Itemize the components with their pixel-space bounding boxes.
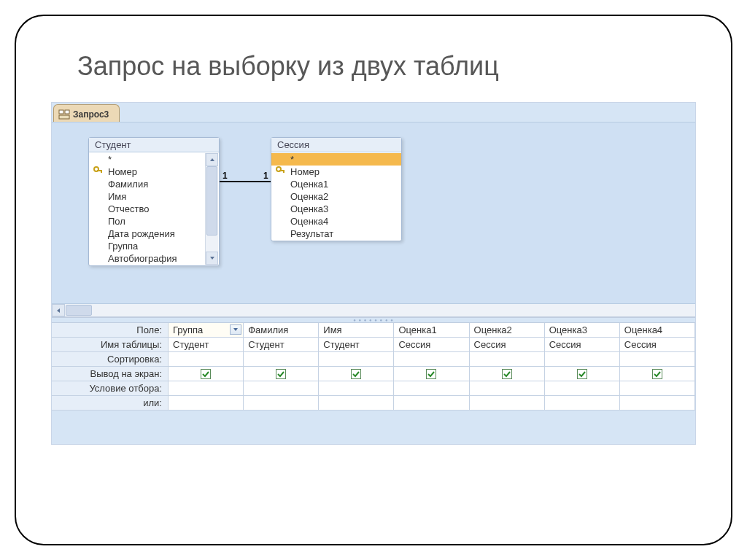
dropdown-icon[interactable]	[230, 324, 241, 335]
scroll-track[interactable]	[206, 166, 218, 252]
qbe-cell-criteria[interactable]	[244, 381, 319, 396]
cardinality-right: 1	[263, 171, 268, 181]
qbe-cell-sort[interactable]	[319, 352, 394, 367]
qbe-cell-show[interactable]	[169, 367, 244, 381]
field-label: Номер	[290, 166, 320, 177]
qbe-cell-sort[interactable]	[545, 352, 620, 367]
table-student[interactable]: Студент * Номер Фамилия Имя Отчество Пол	[88, 137, 220, 266]
cell-value: Группа	[173, 324, 203, 335]
qbe-cell-sort[interactable]	[169, 352, 244, 367]
hscrollbar[interactable]	[52, 304, 695, 317]
qbe-cell-table[interactable]: Студент	[169, 338, 244, 352]
qbe-cell-show[interactable]	[620, 367, 695, 381]
field-ocenka1[interactable]: Оценка1	[271, 178, 401, 190]
qbe-cell-criteria[interactable]	[470, 381, 545, 396]
qbe-cell-sort[interactable]	[470, 352, 545, 367]
checkbox-checked[interactable]	[426, 369, 436, 379]
svg-marker-6	[210, 158, 214, 161]
qbe-cell-field[interactable]: Имя	[319, 323, 394, 338]
field-familiya[interactable]: Фамилия	[89, 178, 219, 190]
cardinality-left: 1	[222, 171, 228, 181]
qbe-cell-table[interactable]: Сессия	[470, 338, 545, 352]
table-session[interactable]: Сессия * Номер Оценка1 Оценка2 Оценка3 О…	[271, 137, 402, 241]
qbe-cell-sort[interactable]	[244, 352, 319, 367]
scroll-thumb[interactable]	[206, 166, 217, 236]
qbe-label-field: Поле:	[52, 323, 169, 338]
qbe-cell-table[interactable]: Сессия	[620, 338, 695, 352]
qbe-label-sort: Сортировка:	[52, 352, 169, 367]
qbe-cell-show[interactable]	[470, 367, 545, 381]
field-gruppa[interactable]: Группа	[89, 240, 219, 252]
field-imya[interactable]: Имя	[89, 190, 219, 203]
qbe-cell-table[interactable]: Сессия	[545, 338, 620, 352]
checkbox-checked[interactable]	[502, 369, 512, 379]
qbe-cell-criteria[interactable]	[620, 381, 695, 396]
qbe-cell-criteria[interactable]	[319, 381, 394, 396]
scroll-down-button[interactable]	[206, 252, 218, 265]
query-designer: Запрос3 Студент * Номер Фа	[51, 102, 696, 445]
qbe-cell-show[interactable]	[394, 367, 469, 381]
field-pol[interactable]: Пол	[89, 215, 219, 228]
qbe-cell-or[interactable]	[470, 396, 545, 411]
scroll-track[interactable]	[93, 304, 695, 316]
svg-marker-7	[210, 257, 214, 260]
qbe-cell-field[interactable]: Оценка4	[620, 323, 695, 338]
qbe-cell-sort[interactable]	[394, 352, 469, 367]
slide-content: Запрос на выборку из двух таблиц Запрос3	[15, 15, 732, 545]
qbe-cell-field[interactable]: Фамилия	[244, 323, 319, 338]
splitter-grip-icon: ● ● ● ● ● ● ● ●	[353, 318, 394, 322]
qbe-cell-field[interactable]: Группа	[169, 323, 244, 338]
field-ocenka2[interactable]: Оценка2	[271, 190, 401, 203]
qbe-cell-or[interactable]	[169, 396, 244, 411]
field-ocenka4[interactable]: Оценка4	[271, 215, 401, 228]
field-ocenka3[interactable]: Оценка3	[271, 203, 401, 215]
field-rezultat[interactable]: Результат	[271, 228, 401, 240]
checkbox-checked[interactable]	[201, 369, 211, 379]
qbe-cell-field[interactable]: Оценка2	[470, 323, 545, 338]
field-list: * Номер Оценка1 Оценка2 Оценка3 Оценка4 …	[271, 152, 401, 241]
qbe-cell-or[interactable]	[244, 396, 319, 411]
field-dob[interactable]: Дата рождения	[89, 228, 219, 240]
qbe-cell-criteria[interactable]	[169, 381, 244, 396]
svg-marker-11	[57, 308, 60, 313]
qbe-cell-field[interactable]: Оценка3	[545, 323, 620, 338]
tab-query3[interactable]: Запрос3	[53, 104, 120, 122]
scroll-left-button[interactable]	[52, 304, 65, 316]
checkbox-checked[interactable]	[351, 369, 361, 379]
qbe-cell-show[interactable]	[244, 367, 319, 381]
scroll-thumb[interactable]	[66, 305, 92, 316]
qbe-cell-sort[interactable]	[620, 352, 695, 367]
key-icon	[93, 166, 104, 176]
slide: Запрос на выборку из двух таблиц Запрос3	[0, 0, 747, 560]
relationship-line[interactable]	[220, 181, 271, 182]
field-otchestvo[interactable]: Отчество	[89, 203, 219, 215]
field-nomer[interactable]: Номер	[271, 166, 401, 178]
qbe-cell-table[interactable]: Сессия	[394, 338, 469, 352]
page-title: Запрос на выборку из двух таблиц	[77, 51, 696, 82]
field-nomer[interactable]: Номер	[89, 166, 219, 178]
checkbox-checked[interactable]	[577, 369, 587, 379]
checkbox-checked[interactable]	[652, 369, 662, 379]
checkbox-checked[interactable]	[276, 369, 286, 379]
qbe-cell-table[interactable]: Студент	[319, 338, 394, 352]
field-list: * Номер Фамилия Имя Отчество Пол Дата ро…	[89, 152, 219, 265]
diagram-pane[interactable]: Студент * Номер Фамилия Имя Отчество Пол	[52, 122, 695, 304]
qbe-cell-criteria[interactable]	[545, 381, 620, 396]
qbe-cell-or[interactable]	[620, 396, 695, 411]
field-star[interactable]: *	[271, 153, 401, 166]
field-autobio[interactable]: Автобиография	[89, 252, 219, 265]
qbe-cell-or[interactable]	[545, 396, 620, 411]
field-star[interactable]: *	[89, 153, 219, 166]
qbe-cell-or[interactable]	[319, 396, 394, 411]
qbe-cell-show[interactable]	[319, 367, 394, 381]
qbe-cell-or[interactable]	[394, 396, 469, 411]
scroll-up-button[interactable]	[206, 153, 218, 166]
qbe-label-table: Имя таблицы:	[52, 338, 169, 352]
scrollbar[interactable]	[205, 153, 218, 265]
qbe-cell-criteria[interactable]	[394, 381, 469, 396]
qbe-cell-table[interactable]: Студент	[244, 338, 319, 352]
qbe-cell-show[interactable]	[545, 367, 620, 381]
splitter[interactable]: ● ● ● ● ● ● ● ●	[52, 317, 695, 323]
svg-rect-10	[283, 170, 285, 173]
qbe-cell-field[interactable]: Оценка1	[394, 323, 469, 338]
